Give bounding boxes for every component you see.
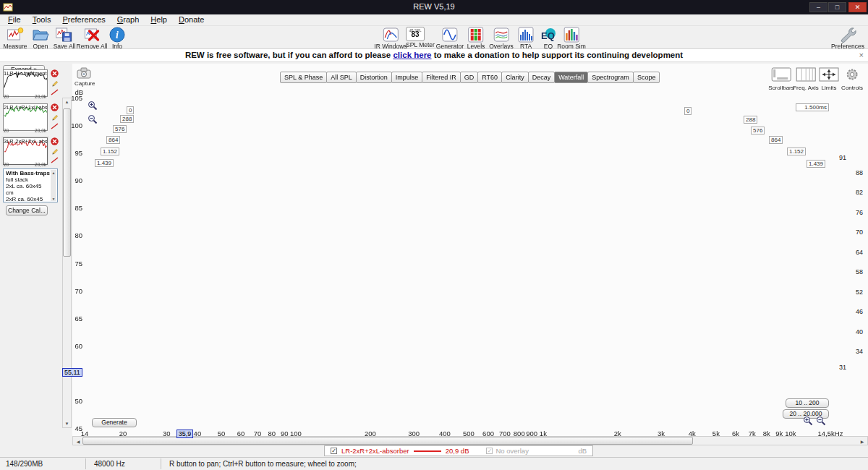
x-axis-tick-label: 200 — [354, 430, 386, 437]
overlay-label: No overlay — [495, 447, 528, 455]
view-button-limits[interactable]: Limits — [818, 67, 840, 91]
tab-rt60[interactable]: RT60 — [477, 72, 502, 83]
color-scale-tick-label: 40 — [856, 328, 863, 336]
zoom-in-y-icon[interactable] — [88, 101, 98, 111]
y-axis-tick-label: 90 — [68, 176, 82, 184]
tab-spl-phase[interactable]: SPL & Phase — [280, 72, 327, 83]
measurement-name: 2LR-1xR+1xL-absorb — [4, 104, 47, 111]
toolbar-levels-button[interactable]: Levels — [467, 27, 485, 50]
tab-waterfall[interactable]: Waterfall — [554, 72, 588, 83]
horizontal-scrollbar-thumb[interactable] — [82, 437, 693, 445]
limits-icon — [818, 67, 840, 84]
y-axis-tick-label: 100 — [68, 121, 82, 129]
graph-tab-strip: SPL & PhaseAll SPLDistortionImpulseFilte… — [281, 72, 660, 83]
color-scale-min-label: 31 — [839, 364, 846, 371]
capture-button[interactable]: Capture — [75, 67, 93, 87]
trace-name[interactable]: LR-2xR+2xL-absorber — [341, 447, 409, 455]
tab-filtered-ir[interactable]: Filtered IR — [422, 72, 461, 83]
toolbar-rta-button[interactable]: RTA — [517, 27, 535, 50]
trace-style-icon[interactable] — [51, 88, 59, 96]
toolbar-remove-all-button[interactable]: Remove All — [77, 27, 108, 50]
overlay-checkbox[interactable]: ✓ — [486, 448, 493, 454]
view-button-controls[interactable]: Controls — [841, 67, 863, 91]
menu-item-graph[interactable]: Graph — [112, 14, 145, 25]
wrench-icon — [831, 27, 864, 43]
trace-style-icon[interactable] — [51, 122, 59, 130]
x-axis-tick-label: 100 — [280, 430, 312, 437]
close-button[interactable]: ✕ — [848, 2, 867, 12]
time-axis-label-right: 1.439 — [807, 160, 825, 168]
maximize-button[interactable]: □ — [828, 2, 846, 12]
tab-gd[interactable]: GD — [460, 72, 479, 83]
menu-item-preferences[interactable]: Preferences — [57, 14, 110, 25]
camera-icon — [77, 67, 91, 79]
delete-measurement-icon[interactable] — [51, 69, 59, 77]
eq-icon: EQ — [540, 27, 557, 43]
view-button-scrollbars[interactable]: Scrollbars — [768, 67, 794, 91]
zoom-in-x-icon[interactable] — [803, 416, 814, 427]
trace-line-sample — [414, 450, 441, 452]
scroll-right-arrow-icon[interactable]: ▶ — [859, 439, 866, 444]
banner-close-icon[interactable]: × — [859, 51, 864, 59]
open-icon — [32, 27, 49, 43]
tab-spectrogram[interactable]: Spectrogram — [587, 72, 634, 83]
minimize-button[interactable]: – — [809, 2, 827, 12]
toolbar-room-sim-button[interactable]: Room Sim — [557, 27, 586, 50]
generator-icon — [436, 27, 464, 43]
toolbar-preferences-button[interactable]: Preferences — [831, 27, 864, 50]
tab-decay[interactable]: Decay — [528, 72, 556, 83]
ir-windows-icon — [374, 27, 407, 43]
tab-clarity[interactable]: Clarity — [501, 72, 529, 83]
menu-item-file[interactable]: File — [3, 14, 26, 25]
y-axis-tick-label: 105 — [68, 94, 82, 102]
toolbar-info-button[interactable]: iInfo — [109, 27, 126, 50]
donation-banner: REW is free software, but if you can aff… — [0, 49, 868, 62]
generate-button[interactable]: Generate — [92, 418, 137, 427]
zoom-out-y-icon[interactable] — [88, 114, 98, 125]
note-line: 2xL ca. 60x45 cm — [6, 183, 51, 196]
notes-scrollbar[interactable]: ▲▼ — [51, 170, 56, 201]
toolbar-measure-button[interactable]: Measure — [3, 27, 27, 50]
color-scale-tick-label: 88 — [856, 169, 863, 176]
menu-item-tools[interactable]: Tools — [27, 14, 56, 25]
trace-checkbox[interactable]: ✓ — [331, 448, 337, 454]
y-axis-tick-label: 95 — [68, 149, 82, 157]
room-sim-icon — [557, 27, 586, 43]
overlays-icon — [489, 27, 514, 43]
range-button-bass[interactable]: 10 .. 200 — [786, 398, 829, 408]
tab-impulse[interactable]: Impulse — [391, 72, 423, 83]
edit-notes-icon[interactable] — [51, 113, 59, 121]
toolbar-overlays-button[interactable]: Overlays — [489, 27, 514, 50]
toolbar-eq-button[interactable]: EQEQ — [540, 27, 557, 50]
time-axis-label-right: 1.152 — [787, 148, 806, 155]
menu-item-help[interactable]: Help — [145, 14, 172, 25]
view-button-freq-axis[interactable]: Freq. Axis — [793, 67, 819, 91]
zoom-out-x-icon[interactable] — [816, 416, 827, 427]
y-axis-tick-label: 75 — [68, 260, 82, 268]
change-cal-button[interactable]: Change Cal... — [6, 205, 48, 215]
x-axis-tick-label: 14,5kHz — [814, 430, 846, 437]
toolbar-spl-meter-button[interactable]: dB SPL83SPL Meter — [406, 27, 435, 48]
tab-all-spl[interactable]: All SPL — [326, 72, 357, 83]
edit-notes-icon[interactable] — [51, 147, 59, 155]
measurement-card[interactable]: 2LR-1xR+1xL-absorb2020,0k — [1, 103, 62, 134]
toolbar-ir-windows-button[interactable]: IR Windows — [374, 27, 407, 50]
measurement-card[interactable]: 1LR-No treatment2020,0k — [1, 69, 62, 100]
donation-link[interactable]: click here — [393, 51, 431, 59]
delete-measurement-icon[interactable] — [51, 103, 59, 111]
trace-style-icon[interactable] — [51, 156, 59, 164]
color-scale-tick-label: 52 — [856, 289, 863, 296]
menu-item-donate[interactable]: Donate — [174, 14, 209, 25]
measurement-card[interactable]: 3LR-2xR+2xL-absorb2020,0k — [1, 137, 62, 168]
trace-value: 20,9 dB — [446, 447, 469, 455]
toolbar-open-button[interactable]: Open — [32, 27, 49, 50]
measurement-notes[interactable]: With Bass-trapsfull stack2xL ca. 60x45 c… — [3, 168, 58, 202]
toolbar-generator-button[interactable]: Generator — [436, 27, 464, 50]
tab-distortion[interactable]: Distortion — [356, 72, 392, 83]
tab-scope[interactable]: Scope — [633, 72, 660, 83]
edit-notes-icon[interactable] — [51, 79, 59, 87]
levels-icon — [467, 27, 485, 43]
scroll-left-arrow-icon[interactable]: ◀ — [75, 439, 82, 444]
toolbar-save-all-button[interactable]: Save All — [54, 27, 76, 50]
delete-measurement-icon[interactable] — [51, 137, 59, 145]
